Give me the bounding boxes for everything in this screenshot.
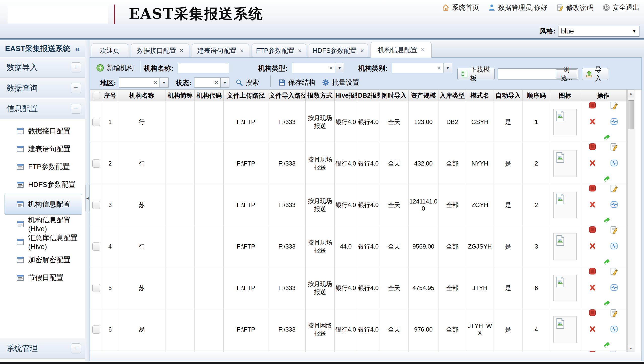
column-header-资产规模[interactable]: 资产规模 bbox=[409, 90, 438, 101]
action-delete-x-icon[interactable] bbox=[588, 117, 597, 127]
save-structure-button[interactable]: 保存结构 bbox=[278, 78, 315, 87]
clear-icon[interactable]: × bbox=[329, 64, 335, 72]
vertical-scrollbar[interactable]: ▲ ▼ bbox=[627, 90, 634, 352]
action-edit-pencil-icon[interactable] bbox=[610, 226, 618, 235]
column-header-机构简称[interactable]: 机构简称 bbox=[166, 90, 195, 101]
action-stop-icon[interactable] bbox=[588, 309, 597, 318]
sidebar-group-系统管理[interactable]: 系统管理+ bbox=[0, 338, 85, 359]
row-checkbox[interactable] bbox=[92, 118, 100, 126]
action-monitor-icon[interactable] bbox=[610, 242, 618, 252]
status-combo[interactable]: × ▼ bbox=[194, 77, 229, 88]
action-stop-icon[interactable] bbox=[588, 184, 597, 194]
scroll-up-icon[interactable]: ▲ bbox=[628, 90, 634, 97]
org-category-combo[interactable]: × ▼ bbox=[392, 63, 452, 73]
action-stop-icon[interactable] bbox=[588, 143, 597, 152]
row-checkbox[interactable] bbox=[92, 242, 100, 251]
action-eraser-icon[interactable] bbox=[603, 258, 611, 267]
action-delete-x-icon[interactable] bbox=[588, 242, 597, 252]
top-link[interactable]: 系统首页 bbox=[442, 3, 479, 12]
action-eraser-icon[interactable] bbox=[603, 341, 611, 350]
row-checkbox[interactable] bbox=[92, 284, 100, 292]
sidebar-group-数据查询[interactable]: 数据查询+ bbox=[0, 78, 85, 98]
tab-close-icon[interactable]: × bbox=[180, 47, 183, 54]
action-stop-icon[interactable] bbox=[588, 101, 597, 111]
action-stop-icon[interactable] bbox=[588, 267, 597, 277]
column-header-DB2报数[interactable]: DB2报数 bbox=[357, 90, 380, 101]
column-header-操作[interactable]: 操作 bbox=[580, 90, 627, 101]
column-header-序号[interactable]: 序号 bbox=[102, 90, 118, 101]
tab-机构信息配置[interactable]: 机构信息配置× bbox=[371, 42, 432, 58]
chevron-down-icon[interactable]: ▼ bbox=[220, 78, 229, 87]
action-delete-x-icon[interactable] bbox=[588, 159, 597, 169]
clear-icon[interactable]: × bbox=[215, 79, 220, 87]
style-select[interactable]: blue ▼ bbox=[558, 26, 639, 37]
tab-close-icon[interactable]: × bbox=[298, 47, 302, 54]
clear-icon[interactable]: × bbox=[154, 79, 159, 87]
column-header-机构名称[interactable]: 机构名称 bbox=[118, 90, 166, 101]
column-header-模式名[interactable]: 模式名 bbox=[466, 90, 494, 101]
sidebar-group-数据导入[interactable]: 数据导入+ bbox=[0, 57, 85, 78]
tab-close-icon[interactable]: × bbox=[240, 47, 244, 54]
tab-close-icon[interactable]: × bbox=[421, 46, 424, 54]
import-button[interactable]: 导入 bbox=[582, 68, 608, 80]
column-header-报数方式[interactable]: 报数方式 bbox=[306, 90, 335, 101]
scrollbar-thumb[interactable] bbox=[628, 100, 634, 129]
action-monitor-icon[interactable] bbox=[610, 200, 618, 210]
org-name-input[interactable] bbox=[178, 63, 229, 73]
tab-数据接口配置[interactable]: 数据接口配置× bbox=[131, 44, 189, 58]
sidebar-item-机构信息配置[interactable]: 机构信息配置 bbox=[5, 194, 82, 215]
search-button[interactable]: 搜索 bbox=[235, 78, 259, 87]
action-eraser-icon[interactable] bbox=[603, 300, 611, 309]
action-monitor-icon[interactable] bbox=[610, 117, 618, 127]
expand-plus-icon[interactable]: + bbox=[71, 62, 81, 72]
action-delete-x-icon[interactable] bbox=[588, 325, 597, 335]
sidebar-group-信息配置[interactable]: 信息配置− bbox=[0, 98, 85, 119]
sidebar-item-节假日配置[interactable]: 节假日配置 bbox=[0, 269, 85, 287]
row-checkbox[interactable] bbox=[92, 326, 100, 334]
sidebar-item-FTP参数配置[interactable]: FTP参数配置 bbox=[0, 158, 85, 176]
action-delete-x-icon[interactable] bbox=[588, 284, 597, 293]
column-header-Hive报数[interactable]: Hive报数 bbox=[335, 90, 357, 101]
sidebar-item-机构信息配置(Hive)[interactable]: 机构信息配置(Hive) bbox=[0, 215, 85, 233]
chevron-down-icon[interactable]: ▼ bbox=[159, 78, 168, 87]
column-header-闲时导入[interactable]: 闲时导入 bbox=[380, 90, 409, 101]
clear-icon[interactable]: × bbox=[437, 64, 443, 72]
region-combo[interactable]: × ▼ bbox=[119, 77, 169, 88]
expand-plus-icon[interactable]: + bbox=[71, 343, 81, 353]
sidebar-item-建表语句配置[interactable]: 建表语句配置 bbox=[0, 140, 85, 158]
row-checkbox[interactable] bbox=[92, 159, 100, 168]
action-monitor-icon[interactable] bbox=[610, 325, 618, 335]
top-link[interactable]: 安全退出 bbox=[602, 3, 639, 12]
sidebar-item-HDFS参数配置[interactable]: HDFS参数配置 bbox=[0, 176, 85, 193]
collapse-minus-icon[interactable]: − bbox=[71, 104, 81, 114]
tab-欢迎页[interactable]: 欢迎页 bbox=[91, 44, 128, 58]
column-header-顺序码[interactable]: 顺序码 bbox=[523, 90, 550, 101]
column-header-自动导入[interactable]: 自动导入 bbox=[494, 90, 523, 101]
column-header-图标[interactable]: 图标 bbox=[550, 90, 580, 101]
row-checkbox[interactable] bbox=[92, 201, 100, 209]
action-edit-pencil-icon[interactable] bbox=[610, 101, 618, 111]
action-eraser-icon[interactable] bbox=[603, 175, 611, 184]
splitter-collapse-handle[interactable]: ◄ bbox=[85, 184, 90, 212]
column-header-文件上传路径[interactable]: 文件上传路径 bbox=[224, 90, 268, 101]
download-template-button[interactable]: 下载模板 bbox=[457, 68, 495, 80]
browse-button[interactable]: 浏览... bbox=[556, 69, 577, 78]
sidebar-item-汇总库信息配置(Hive)[interactable]: 汇总库信息配置(Hive) bbox=[0, 233, 85, 251]
top-link[interactable]: 数据管理员,你好 bbox=[488, 3, 547, 12]
tab-建表语句配置[interactable]: 建表语句配置× bbox=[192, 44, 249, 58]
action-edit-pencil-icon[interactable] bbox=[610, 267, 618, 277]
column-header-文件导入路径[interactable]: 文件导入路径 bbox=[268, 90, 306, 101]
action-edit-pencil-icon[interactable] bbox=[610, 184, 618, 194]
tab-HDFS参数配置[interactable]: HDFS参数配置× bbox=[309, 44, 368, 58]
chevron-down-icon[interactable]: ▼ bbox=[443, 63, 452, 73]
scroll-down-icon[interactable]: ▼ bbox=[628, 345, 634, 352]
action-eraser-icon[interactable] bbox=[603, 217, 611, 226]
action-delete-x-icon[interactable] bbox=[588, 200, 597, 210]
column-header-入库类型[interactable]: 入库类型 bbox=[438, 90, 466, 101]
sidebar-item-数据接口配置[interactable]: 数据接口配置 bbox=[0, 122, 85, 140]
action-eraser-icon[interactable] bbox=[603, 134, 611, 143]
action-monitor-icon[interactable] bbox=[610, 159, 618, 169]
top-link[interactable]: 修改密码 bbox=[556, 3, 593, 12]
tab-FTP参数配置[interactable]: FTP参数配置× bbox=[252, 44, 306, 58]
batch-settings-button[interactable]: 批量设置 bbox=[322, 78, 359, 87]
